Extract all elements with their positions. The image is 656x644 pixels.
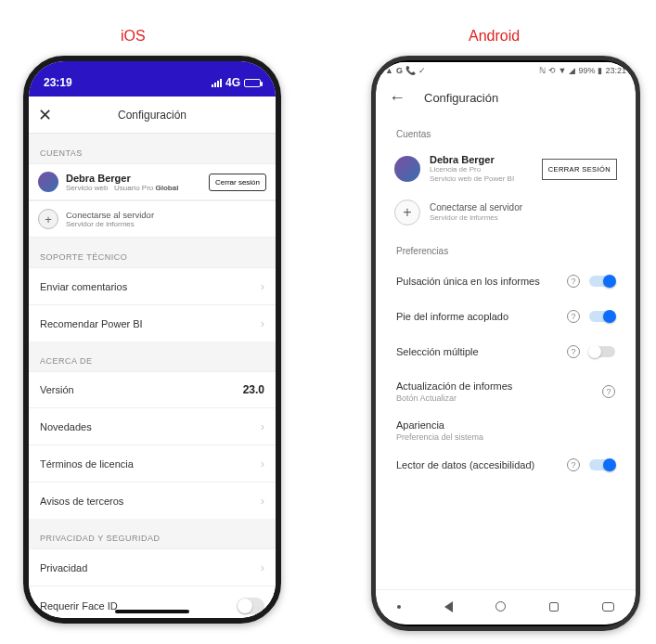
refresh-row[interactable]: Actualización de informes Botón Actualiz… [381,369,630,414]
ios-statusbar: 23:19 4G [29,61,276,91]
docked-toggle[interactable] [589,311,615,322]
docked-label: Pie del informe acoplado [396,311,508,322]
section-privacy: PRIVACIDAD Y SEGURIDAD [29,519,276,548]
nav-cast-icon[interactable] [602,602,614,612]
battery-pct: 99% [578,66,595,75]
nav-recent-icon[interactable] [549,602,559,612]
thirdparty-row[interactable]: Avisos de terceros › [29,482,276,519]
help-icon[interactable]: ? [567,345,580,358]
account-row[interactable]: Debra Berger Servicio web Usuario Pro Gl… [29,163,276,200]
recommend-row[interactable]: Recomendar Power BI › [29,304,276,341]
singletap-row[interactable]: Pulsación única en los informes ? [381,264,630,299]
connect-title: Conectarse al servidor [66,210,266,220]
ios-device-frame: 23:19 4G ✕ Configuración CUENTAS Debra B… [23,56,281,624]
singletap-toggle[interactable] [589,276,615,287]
android-device-frame: ▲ G 📞 ✓ ℕ ⟲ ▼ ◢ 99% ▮ 23:21 ← Configurac… [371,56,640,631]
ios-titlebar: ✕ Configuración [29,97,276,134]
nav-menu-icon[interactable] [397,605,401,609]
multi-toggle[interactable] [589,346,615,357]
chevron-right-icon: › [261,457,264,470]
ios-label: iOS [121,28,146,45]
android-label: Android [469,28,520,45]
android-titlebar: ← Configuración [376,79,636,116]
sign-out-button[interactable]: CERRAR SESIÓN [542,159,617,180]
connect-sub: Servidor de informes [66,220,266,228]
recommend-label: Recomendar Power BI [40,318,143,329]
multi-label: Selección múltiple [396,346,479,357]
triangle-icon: ▲ [385,66,393,75]
help-icon[interactable]: ? [602,385,615,398]
chevron-right-icon: › [261,560,264,574]
help-icon[interactable]: ? [567,458,580,471]
help-icon[interactable]: ? [567,275,580,288]
wifi-icon: ▼ [559,66,567,75]
version-row[interactable]: Versión 23.0 [29,371,276,407]
chevron-right-icon: › [261,494,264,508]
check-icon: ✓ [418,66,426,75]
account-name: Debra Berger [66,173,201,184]
plus-icon: + [394,200,420,225]
feedback-row[interactable]: Enviar comentarios › [29,267,276,304]
singletap-label: Pulsación única en los informes [396,276,540,287]
page-title: Configuración [424,91,498,105]
avatar [394,156,420,182]
signal-icon [212,79,222,87]
battery-icon [244,79,261,87]
whatsnew-label: Novedades [40,421,92,432]
version-value: 23.0 [243,383,264,396]
chevron-right-icon: › [261,419,264,433]
close-icon[interactable]: ✕ [38,105,52,125]
feedback-label: Enviar comentarios [40,281,127,292]
faceid-label: Requerir Face ID [40,600,118,612]
signal-icon: ◢ [569,66,575,75]
ios-screen: 23:19 4G ✕ Configuración CUENTAS Debra B… [29,61,276,618]
connect-server-row[interactable]: + Conectarse al servidor Servidor de inf… [381,192,630,233]
network-label: 4G [225,76,240,89]
account-sub: Servicio web Usuario Pro Global [66,184,201,192]
connect-sub: Servidor de informes [430,213,617,223]
faceid-toggle[interactable] [237,598,264,614]
section-support: SOPORTE TÉCNICO [29,238,276,267]
android-screen: ▲ G 📞 ✓ ℕ ⟲ ▼ ◢ 99% ▮ 23:21 ← Configurac… [376,62,636,625]
reader-row[interactable]: Lector de datos (accesibilidad) ? [381,447,630,483]
section-accounts: Cuentas [381,116,630,147]
section-about: ACERCA DE [29,341,276,371]
section-accounts: CUENTAS [29,134,276,163]
appearance-label: Apariencia [396,419,483,431]
license-label: Términos de licencia [40,458,134,470]
chevron-right-icon: › [261,316,264,330]
version-label: Versión [40,384,74,395]
account-license: Licencia de Pro [430,165,533,174]
page-title: Configuración [118,109,187,122]
appearance-row[interactable]: Apariencia Preferencia del sistema [381,414,630,447]
sync-icon: ⟲ [548,66,556,75]
phone-icon: 📞 [405,66,416,75]
reader-toggle[interactable] [589,459,615,470]
license-row[interactable]: Términos de licencia › [29,444,276,482]
multi-row[interactable]: Selección múltiple ? [381,334,630,369]
avatar [38,172,58,192]
refresh-sub: Botón Actualizar [396,393,512,403]
nav-home-icon[interactable] [495,601,506,612]
nfc-icon: ℕ [539,66,546,75]
android-time: 23:21 [605,66,626,75]
back-icon[interactable]: ← [389,88,405,108]
whatsnew-row[interactable]: Novedades › [29,407,276,444]
account-row[interactable]: Debra Berger Licencia de Pro Servicio we… [381,147,630,192]
chevron-right-icon: › [261,279,264,293]
home-indicator[interactable] [115,610,189,613]
plus-icon: + [38,209,58,229]
android-statusbar: ▲ G 📞 ✓ ℕ ⟲ ▼ ◢ 99% ▮ 23:21 [376,62,636,79]
refresh-label: Actualización de informes [396,380,512,392]
nav-back-icon[interactable] [444,601,453,612]
connect-server-row[interactable]: + Conectarse al servidor Servidor de inf… [29,200,276,238]
appearance-sub: Preferencia del sistema [396,432,483,442]
battery-icon: ▮ [598,66,602,75]
sign-out-button[interactable]: Cerrar sesión [209,174,266,191]
privacy-row[interactable]: Privacidad › [29,548,276,586]
docked-row[interactable]: Pie del informe acoplado ? [381,299,630,334]
reader-label: Lector de datos (accesibilidad) [396,459,534,470]
thirdparty-label: Avisos de terceros [40,496,123,507]
g-icon: G [396,66,403,75]
help-icon[interactable]: ? [567,310,580,323]
